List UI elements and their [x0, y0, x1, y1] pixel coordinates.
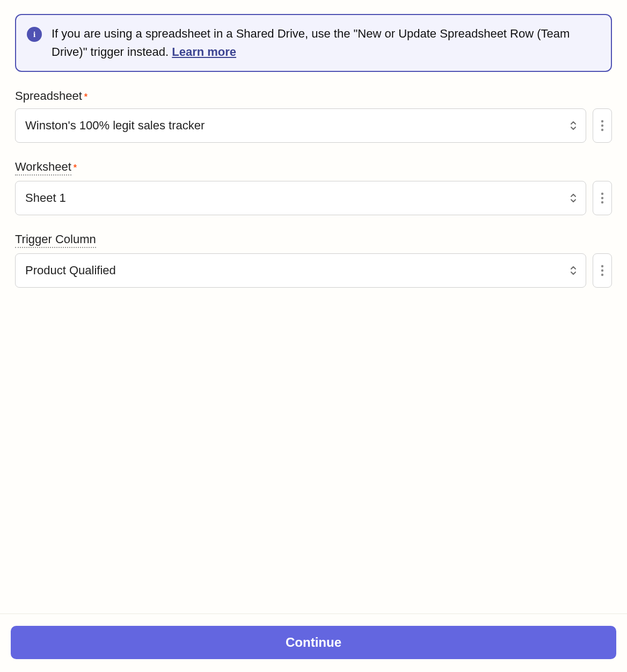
more-options-worksheet[interactable] — [593, 181, 612, 215]
select-worksheet[interactable]: Sheet 1 — [15, 181, 586, 215]
label-trigger-column: Trigger Column — [15, 232, 96, 248]
svg-point-4 — [601, 197, 603, 199]
field-worksheet: Worksheet* Sheet 1 — [15, 160, 612, 215]
chevron-up-down-icon — [570, 265, 577, 276]
svg-point-7 — [601, 269, 603, 272]
continue-button[interactable]: Continue — [11, 626, 616, 659]
info-icon: i — [27, 27, 42, 42]
required-mark-worksheet: * — [74, 163, 77, 172]
info-banner: i If you are using a spreadsheet in a Sh… — [15, 14, 612, 72]
select-spreadsheet-value: Winston's 100% legit sales tracker — [25, 119, 205, 133]
label-spreadsheet: Spreadsheet — [15, 89, 82, 103]
select-spreadsheet[interactable]: Winston's 100% legit sales tracker — [15, 108, 586, 143]
svg-point-0 — [601, 120, 603, 122]
kebab-icon — [601, 119, 604, 132]
svg-point-6 — [601, 265, 603, 267]
svg-point-8 — [601, 274, 603, 276]
select-trigger-column[interactable]: Product Qualified — [15, 253, 586, 288]
label-worksheet: Worksheet — [15, 160, 71, 176]
svg-point-2 — [601, 129, 603, 131]
field-trigger-column: Trigger Column Product Qualified — [15, 232, 612, 288]
footer-bar: Continue — [0, 613, 627, 672]
chevron-up-down-icon — [570, 193, 577, 203]
required-mark-spreadsheet: * — [84, 92, 88, 101]
svg-point-3 — [601, 193, 603, 195]
chevron-up-down-icon — [570, 120, 577, 131]
select-worksheet-value: Sheet 1 — [25, 191, 66, 205]
field-spreadsheet: Spreadsheet* Winston's 100% legit sales … — [15, 89, 612, 143]
select-trigger-column-value: Product Qualified — [25, 264, 116, 277]
learn-more-link[interactable]: Learn more — [172, 45, 236, 59]
svg-point-1 — [601, 125, 603, 127]
more-options-trigger-column[interactable] — [593, 253, 612, 288]
kebab-icon — [601, 192, 604, 204]
kebab-icon — [601, 264, 604, 277]
info-banner-message: If you are using a spreadsheet in a Shar… — [52, 27, 570, 59]
info-banner-text: If you are using a spreadsheet in a Shar… — [52, 25, 599, 61]
svg-point-5 — [601, 201, 603, 203]
more-options-spreadsheet[interactable] — [593, 108, 612, 143]
